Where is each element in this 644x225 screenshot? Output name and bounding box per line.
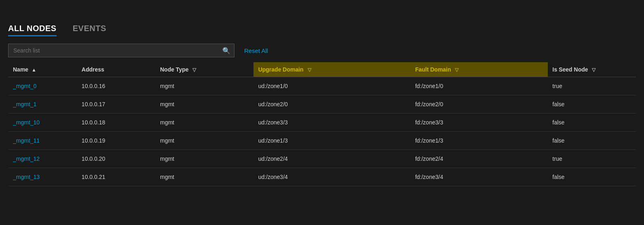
cell-is-seed-node: true (548, 150, 636, 168)
table-header-row: Name ▲ Address Node Type ▽ Upgrade Domai… (8, 62, 636, 77)
cell-node-type: mgmt (155, 132, 253, 150)
table-row: _mgmt_1010.0.0.18mgmtud:/zone3/3fd:/zone… (8, 114, 636, 132)
cell-upgrade-domain: ud:/zone2/0 (253, 95, 410, 114)
cell-address: 10.0.0.17 (77, 95, 155, 114)
cell-upgrade-domain: ud:/zone3/4 (253, 168, 410, 186)
tab-all-nodes[interactable]: ALL NODES (8, 24, 57, 36)
filter-seed-node-icon: ▽ (592, 67, 595, 73)
cell-name[interactable]: _mgmt_12 (8, 150, 77, 168)
table-container: Name ▲ Address Node Type ▽ Upgrade Domai… (0, 62, 644, 186)
col-header-node-type[interactable]: Node Type ▽ (155, 62, 253, 77)
cell-node-type: mgmt (155, 95, 253, 114)
col-header-address[interactable]: Address (77, 62, 155, 77)
cell-address: 10.0.0.18 (77, 114, 155, 132)
cell-name[interactable]: _mgmt_11 (8, 132, 77, 150)
cell-is-seed-node: false (548, 114, 636, 132)
table-row: _mgmt_010.0.0.16mgmtud:/zone1/0fd:/zone1… (8, 77, 636, 95)
cell-fault-domain: fd:/zone2/4 (410, 150, 548, 168)
cell-address: 10.0.0.21 (77, 168, 155, 186)
cell-address: 10.0.0.16 (77, 77, 155, 95)
cell-name[interactable]: _mgmt_10 (8, 114, 77, 132)
filter-node-type-icon: ▽ (192, 67, 196, 73)
cell-fault-domain: fd:/zone1/0 (410, 77, 548, 95)
cell-fault-domain: fd:/zone3/3 (410, 114, 548, 132)
cell-fault-domain: fd:/zone2/0 (410, 95, 548, 114)
cell-address: 10.0.0.20 (77, 150, 155, 168)
top-nav: ALL NODES EVENTS (0, 0, 644, 36)
search-input-wrapper: 🔍 (8, 44, 234, 57)
search-input[interactable] (8, 44, 234, 57)
table-row: _mgmt_110.0.0.17mgmtud:/zone2/0fd:/zone2… (8, 95, 636, 114)
col-header-is-seed-node[interactable]: Is Seed Node ▽ (548, 62, 636, 77)
table-row: _mgmt_1310.0.0.21mgmtud:/zone3/4fd:/zone… (8, 168, 636, 186)
cell-fault-domain: fd:/zone1/3 (410, 132, 548, 150)
cell-node-type: mgmt (155, 150, 253, 168)
cell-fault-domain: fd:/zone3/4 (410, 168, 548, 186)
cell-name[interactable]: _mgmt_1 (8, 95, 77, 114)
cell-upgrade-domain: ud:/zone3/3 (253, 114, 410, 132)
cell-node-type: mgmt (155, 114, 253, 132)
col-header-name[interactable]: Name ▲ (8, 62, 77, 77)
cell-upgrade-domain: ud:/zone1/3 (253, 132, 410, 150)
cell-node-type: mgmt (155, 77, 253, 95)
cell-node-type: mgmt (155, 168, 253, 186)
nodes-table: Name ▲ Address Node Type ▽ Upgrade Domai… (8, 62, 636, 186)
cell-name[interactable]: _mgmt_13 (8, 168, 77, 186)
cell-is-seed-node: false (548, 168, 636, 186)
table-row: _mgmt_1210.0.0.20mgmtud:/zone2/4fd:/zone… (8, 150, 636, 168)
table-row: _mgmt_1110.0.0.19mgmtud:/zone1/3fd:/zone… (8, 132, 636, 150)
cell-is-seed-node: true (548, 77, 636, 95)
search-bar-row: 🔍 Reset All (0, 36, 644, 62)
cell-upgrade-domain: ud:/zone1/0 (253, 77, 410, 95)
cell-address: 10.0.0.19 (77, 132, 155, 150)
filter-fault-domain-icon: ▽ (455, 67, 458, 73)
sort-asc-icon: ▲ (32, 67, 36, 73)
col-header-fault-domain[interactable]: Fault Domain ▽ (410, 62, 548, 77)
filter-upgrade-domain-icon: ▽ (308, 67, 311, 73)
tab-events[interactable]: EVENTS (73, 24, 106, 36)
reset-all-button[interactable]: Reset All (241, 46, 271, 56)
col-header-upgrade-domain[interactable]: Upgrade Domain ▽ (253, 62, 410, 77)
search-icon: 🔍 (222, 47, 230, 55)
cell-is-seed-node: false (548, 95, 636, 114)
cell-name[interactable]: _mgmt_0 (8, 77, 77, 95)
cell-upgrade-domain: ud:/zone2/4 (253, 150, 410, 168)
cell-is-seed-node: false (548, 132, 636, 150)
